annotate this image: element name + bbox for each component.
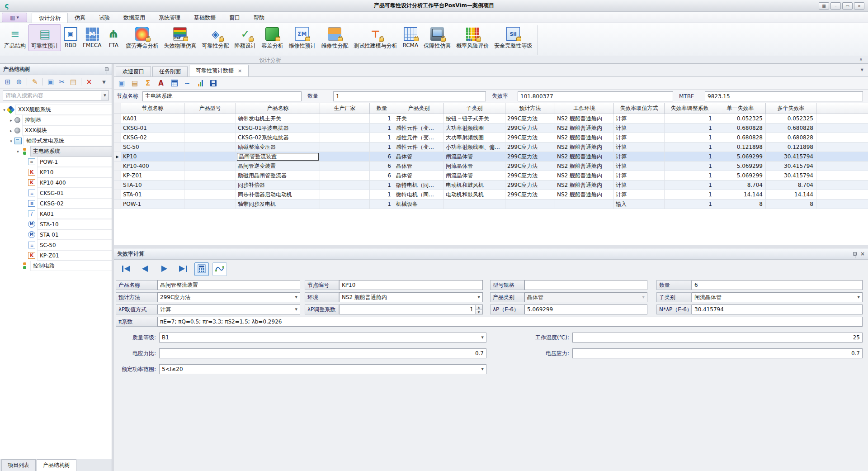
failure-rate-field[interactable]: 101.800377 [518,91,673,101]
sidebar-tab-product-tree[interactable]: 产品结构树 [37,459,76,471]
column-header[interactable]: 节点名称 [121,103,184,114]
tree-item-ka01[interactable]: ∕KA01 [0,209,112,219]
table-row[interactable]: KP-Z01励磁用晶闸管整流器6晶体管闸流晶体管299C应力法NS2 舰船普通舱… [114,171,868,181]
column-header[interactable]: 失效率调整系数 [665,103,715,114]
product-category-field[interactable]: 晶体管▼ [524,292,647,302]
quantity-field[interactable]: 1 [333,91,486,101]
tab-welcome[interactable]: 欢迎窗口 [116,66,151,76]
calculator-button[interactable] [194,262,209,276]
menu-item-help[interactable]: 帮助 [247,13,271,23]
column-header[interactable]: 多个失效率 [766,103,816,114]
chevron-down-icon[interactable]: ▼ [858,295,860,299]
table-row[interactable]: POW-1轴带同步发电机1机械设备输入188 [114,200,868,209]
next-record-button[interactable] [156,262,172,276]
column-header[interactable]: 子类别 [444,103,505,114]
tree-item-main-circuit-system[interactable]: ▾主电路系统 [0,146,112,157]
tree-item-kp10[interactable]: KKP10 [0,167,112,177]
ribbon-button-derating-design[interactable]: ✓降额设计 [231,24,259,51]
chevron-down-icon[interactable]: ▼ [478,295,480,299]
chevron-down-icon[interactable]: ▼ [295,308,297,311]
quality-grade-field[interactable]: B1▼ [159,333,486,343]
table-row[interactable]: CKSG-01CKSG-01平波电抗器1感性元件（变…大功率射频线圈299C应力… [114,124,868,133]
tree-item-sta-01[interactable]: MSTA-01 [0,229,112,240]
ribbon-button-fmeca[interactable]: MFMECA [80,24,104,50]
environment-field[interactable]: NS2 舰船普通舱内▼ [339,292,483,302]
tree-item-cksg-02[interactable]: ≣CKSG-02 [0,198,112,209]
table-row[interactable]: KP10-400晶闸管逆变装置6晶体管闸流晶体管299C应力法NS2 舰船普通舱… [114,162,868,171]
curve-button[interactable]: ∼ [182,78,193,88]
menu-item-design-analysis[interactable]: 设计分析 [32,13,68,23]
view-switch-button[interactable]: ▦ [819,2,829,10]
tree-item-ship-system[interactable]: ▾XXX舰船系统 [0,105,112,115]
calc-table-button[interactable] [169,78,179,88]
add-child-button[interactable]: ⊕ [14,76,24,87]
tree-item-sc-50[interactable]: ≣SC-50 [0,240,112,250]
node-id-field[interactable]: KP10 [339,280,483,290]
lambda-adjust-factor-field[interactable]: 1▲▼ [339,304,483,314]
ribbon-button-fta[interactable]: ΨFTA [104,24,123,50]
mtbf-field[interactable]: 9823.15 [705,91,863,101]
ribbon-button-reliability-allocation[interactable]: ◈可靠性分配 [199,24,231,51]
lambda-method-field[interactable]: 计算▼ [157,304,300,314]
chevron-down-icon[interactable]: ▼ [481,336,484,339]
curve-button[interactable] [212,262,227,276]
node-name-field[interactable]: 主电路系统 [142,91,302,101]
ribbon-button-fatigue-life[interactable]: 疲劳寿命分析 [123,24,161,51]
column-header[interactable]: 产品型号 [184,103,236,114]
add-node-button[interactable]: ⊞ [2,76,13,87]
product-name-field[interactable]: 晶闸管整流装置 [157,280,300,290]
app-menu-button[interactable]: ▥ ▼ [2,13,27,22]
cell-editor[interactable]: 晶闸管整流装置 [237,153,319,161]
n-lambda-e6-field[interactable]: 30.415794 [692,304,863,314]
tab-close-icon[interactable]: × [238,68,242,74]
expander-icon[interactable]: ▸ [8,128,14,133]
tree-item-controller[interactable]: ▸控制器 [0,115,112,125]
pin-icon[interactable] [853,252,857,256]
tree-item-kp-z01[interactable]: KKP-Z01 [0,250,112,261]
ribbon-button-rbd[interactable]: ▣RBD [61,24,80,50]
ribbon-button-product-structure[interactable]: ≡产品结构 [1,24,28,51]
menu-item-basic-data[interactable]: 基础数据 [187,13,222,23]
save-button[interactable] [208,78,219,88]
bar-chart-button[interactable] [195,78,206,88]
ribbon-button-supportability-simulation[interactable]: 保障性仿真 [421,24,453,51]
spinner-buttons[interactable]: ▲▼ [475,305,482,314]
menu-item-data-application[interactable]: 数据应用 [117,13,152,23]
column-header[interactable]: 产品类别 [394,103,444,114]
electrical-stress-ratio-field[interactable]: 0.7 [159,348,486,358]
lambda-e6-field[interactable]: 5.069299 [524,304,647,314]
more-button[interactable]: ▾ [99,76,109,87]
column-header[interactable]: 预计方法 [505,103,555,114]
sidebar-tab-project-list[interactable]: 项目列表 [1,459,36,471]
table-row[interactable]: STA-01同步补偿器启动电动机1微特电机（同…电动机和鼓风机299C应力法NS… [114,190,868,200]
tree-item-cksg-01[interactable]: ≣CKSG-01 [0,188,112,198]
copy-button[interactable]: ▣ [116,78,127,88]
column-header[interactable]: 数量 [370,103,394,114]
tree-item-shaft-generation-system[interactable]: ▾轴带式发电系统 [0,136,112,146]
menu-item-simulation[interactable]: 仿真 [68,13,92,23]
chevron-down-icon[interactable]: ▼ [295,295,297,299]
close-button[interactable]: × [854,2,864,10]
menu-item-system-management[interactable]: 系统管理 [152,13,187,23]
delete-button[interactable]: × [84,76,94,87]
close-icon[interactable]: × [860,252,865,256]
sum-button[interactable]: Σ [142,78,153,88]
ribbon-button-testability-modeling[interactable]: ⊤测试性建模与分析 [351,24,400,51]
expander-icon[interactable]: ▾ [8,139,14,143]
sub-category-field[interactable]: 闸流晶体管▼ [692,292,863,302]
ribbon-button-tolerance-analysis[interactable]: 容差分析 [259,24,286,51]
tree-item-control-circuit[interactable]: 控制电路 [0,261,112,271]
pi-coefficients-field[interactable]: πE=7; πQ=0.5; πr=3.3; πS2=1.5; λb=0.2926 [157,317,863,327]
expander-icon[interactable]: ▸ [8,118,14,123]
tree-item-pow-1[interactable]: ≈POW-1 [0,157,112,167]
tree-item-xxx-module[interactable]: ▸XXX模块 [0,125,112,136]
column-header[interactable]: 工作环境 [555,103,614,114]
ribbon-button-safety-integrity-level[interactable]: Sil安全完整性等级 [491,24,535,51]
minimize-button[interactable]: – [830,2,841,10]
table-row[interactable]: CKSG-02CKSG-02系统电抗器1感性元件（变…大功率射频线圈299C应力… [114,133,868,143]
chevron-down-icon[interactable]: ▼ [861,68,863,72]
paste-button[interactable]: ▤ [68,76,79,87]
column-header[interactable]: 产品名称 [236,103,320,114]
font-table-button[interactable]: A [156,78,166,88]
ribbon-button-failure-physics[interactable]: PoF失效物理仿真 [161,24,199,51]
